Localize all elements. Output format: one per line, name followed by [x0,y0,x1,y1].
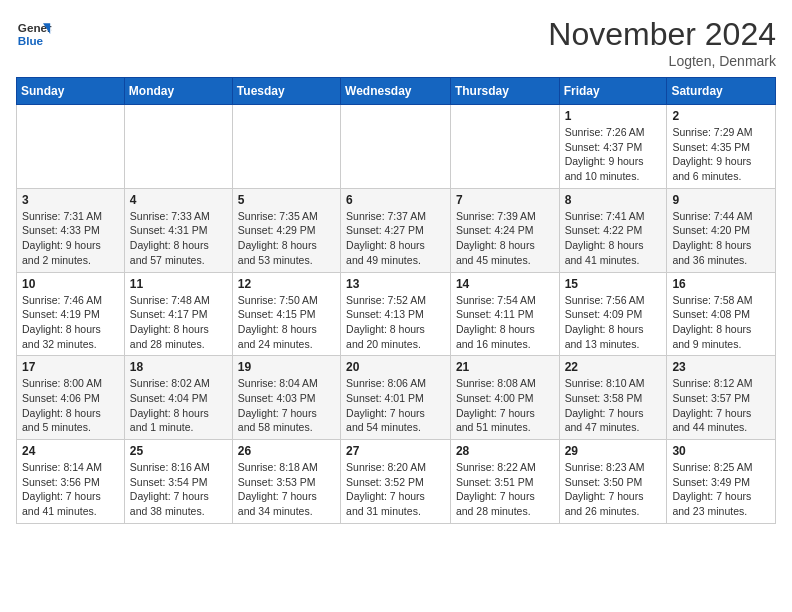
logo-icon: General Blue [16,16,52,52]
calendar-week-row: 17Sunrise: 8:00 AM Sunset: 4:06 PM Dayli… [17,356,776,440]
col-sunday: Sunday [17,78,125,105]
calendar-cell: 11Sunrise: 7:48 AM Sunset: 4:17 PM Dayli… [124,272,232,356]
calendar-cell: 24Sunrise: 8:14 AM Sunset: 3:56 PM Dayli… [17,440,125,524]
day-info: Sunrise: 7:41 AM Sunset: 4:22 PM Dayligh… [565,209,662,268]
day-info: Sunrise: 8:20 AM Sunset: 3:52 PM Dayligh… [346,460,445,519]
day-number: 20 [346,360,445,374]
day-info: Sunrise: 8:06 AM Sunset: 4:01 PM Dayligh… [346,376,445,435]
col-thursday: Thursday [450,78,559,105]
day-number: 9 [672,193,770,207]
day-number: 14 [456,277,554,291]
day-number: 29 [565,444,662,458]
calendar-cell: 2Sunrise: 7:29 AM Sunset: 4:35 PM Daylig… [667,105,776,189]
day-number: 7 [456,193,554,207]
day-info: Sunrise: 8:10 AM Sunset: 3:58 PM Dayligh… [565,376,662,435]
calendar-cell: 30Sunrise: 8:25 AM Sunset: 3:49 PM Dayli… [667,440,776,524]
calendar-cell: 6Sunrise: 7:37 AM Sunset: 4:27 PM Daylig… [341,188,451,272]
calendar-week-row: 24Sunrise: 8:14 AM Sunset: 3:56 PM Dayli… [17,440,776,524]
title-block: November 2024 Logten, Denmark [548,16,776,69]
calendar-cell: 18Sunrise: 8:02 AM Sunset: 4:04 PM Dayli… [124,356,232,440]
day-info: Sunrise: 8:18 AM Sunset: 3:53 PM Dayligh… [238,460,335,519]
day-info: Sunrise: 8:23 AM Sunset: 3:50 PM Dayligh… [565,460,662,519]
calendar-cell: 23Sunrise: 8:12 AM Sunset: 3:57 PM Dayli… [667,356,776,440]
svg-text:Blue: Blue [18,34,44,47]
day-number: 18 [130,360,227,374]
day-info: Sunrise: 7:56 AM Sunset: 4:09 PM Dayligh… [565,293,662,352]
day-info: Sunrise: 7:52 AM Sunset: 4:13 PM Dayligh… [346,293,445,352]
day-number: 10 [22,277,119,291]
calendar-cell: 26Sunrise: 8:18 AM Sunset: 3:53 PM Dayli… [232,440,340,524]
day-info: Sunrise: 7:35 AM Sunset: 4:29 PM Dayligh… [238,209,335,268]
calendar-cell [232,105,340,189]
day-info: Sunrise: 8:14 AM Sunset: 3:56 PM Dayligh… [22,460,119,519]
day-info: Sunrise: 8:25 AM Sunset: 3:49 PM Dayligh… [672,460,770,519]
day-info: Sunrise: 7:48 AM Sunset: 4:17 PM Dayligh… [130,293,227,352]
day-number: 22 [565,360,662,374]
day-info: Sunrise: 7:54 AM Sunset: 4:11 PM Dayligh… [456,293,554,352]
day-info: Sunrise: 8:04 AM Sunset: 4:03 PM Dayligh… [238,376,335,435]
day-info: Sunrise: 8:12 AM Sunset: 3:57 PM Dayligh… [672,376,770,435]
day-info: Sunrise: 7:29 AM Sunset: 4:35 PM Dayligh… [672,125,770,184]
calendar-cell: 15Sunrise: 7:56 AM Sunset: 4:09 PM Dayli… [559,272,667,356]
day-info: Sunrise: 7:33 AM Sunset: 4:31 PM Dayligh… [130,209,227,268]
calendar-cell [17,105,125,189]
day-number: 26 [238,444,335,458]
calendar-cell: 21Sunrise: 8:08 AM Sunset: 4:00 PM Dayli… [450,356,559,440]
col-saturday: Saturday [667,78,776,105]
calendar-cell: 25Sunrise: 8:16 AM Sunset: 3:54 PM Dayli… [124,440,232,524]
day-info: Sunrise: 7:58 AM Sunset: 4:08 PM Dayligh… [672,293,770,352]
calendar-cell: 13Sunrise: 7:52 AM Sunset: 4:13 PM Dayli… [341,272,451,356]
calendar-cell: 28Sunrise: 8:22 AM Sunset: 3:51 PM Dayli… [450,440,559,524]
day-info: Sunrise: 8:02 AM Sunset: 4:04 PM Dayligh… [130,376,227,435]
day-number: 21 [456,360,554,374]
day-number: 13 [346,277,445,291]
calendar-cell: 3Sunrise: 7:31 AM Sunset: 4:33 PM Daylig… [17,188,125,272]
day-info: Sunrise: 7:46 AM Sunset: 4:19 PM Dayligh… [22,293,119,352]
col-monday: Monday [124,78,232,105]
day-number: 11 [130,277,227,291]
calendar-cell: 14Sunrise: 7:54 AM Sunset: 4:11 PM Dayli… [450,272,559,356]
day-number: 19 [238,360,335,374]
day-info: Sunrise: 8:16 AM Sunset: 3:54 PM Dayligh… [130,460,227,519]
day-number: 15 [565,277,662,291]
calendar-cell: 4Sunrise: 7:33 AM Sunset: 4:31 PM Daylig… [124,188,232,272]
page-header: General Blue November 2024 Logten, Denma… [16,16,776,69]
calendar-cell: 17Sunrise: 8:00 AM Sunset: 4:06 PM Dayli… [17,356,125,440]
day-info: Sunrise: 7:39 AM Sunset: 4:24 PM Dayligh… [456,209,554,268]
calendar-table: Sunday Monday Tuesday Wednesday Thursday… [16,77,776,524]
day-info: Sunrise: 7:37 AM Sunset: 4:27 PM Dayligh… [346,209,445,268]
day-info: Sunrise: 7:26 AM Sunset: 4:37 PM Dayligh… [565,125,662,184]
calendar-cell [450,105,559,189]
calendar-cell: 20Sunrise: 8:06 AM Sunset: 4:01 PM Dayli… [341,356,451,440]
day-info: Sunrise: 8:08 AM Sunset: 4:00 PM Dayligh… [456,376,554,435]
calendar-cell: 12Sunrise: 7:50 AM Sunset: 4:15 PM Dayli… [232,272,340,356]
calendar-cell: 29Sunrise: 8:23 AM Sunset: 3:50 PM Dayli… [559,440,667,524]
calendar-week-row: 1Sunrise: 7:26 AM Sunset: 4:37 PM Daylig… [17,105,776,189]
day-info: Sunrise: 7:50 AM Sunset: 4:15 PM Dayligh… [238,293,335,352]
calendar-cell: 9Sunrise: 7:44 AM Sunset: 4:20 PM Daylig… [667,188,776,272]
day-info: Sunrise: 7:31 AM Sunset: 4:33 PM Dayligh… [22,209,119,268]
calendar-cell [124,105,232,189]
col-friday: Friday [559,78,667,105]
calendar-cell: 1Sunrise: 7:26 AM Sunset: 4:37 PM Daylig… [559,105,667,189]
day-number: 1 [565,109,662,123]
calendar-cell: 10Sunrise: 7:46 AM Sunset: 4:19 PM Dayli… [17,272,125,356]
day-number: 6 [346,193,445,207]
day-number: 12 [238,277,335,291]
calendar-cell: 19Sunrise: 8:04 AM Sunset: 4:03 PM Dayli… [232,356,340,440]
day-number: 4 [130,193,227,207]
day-number: 30 [672,444,770,458]
day-number: 3 [22,193,119,207]
day-info: Sunrise: 7:44 AM Sunset: 4:20 PM Dayligh… [672,209,770,268]
logo: General Blue [16,16,52,52]
location: Logten, Denmark [548,53,776,69]
calendar-cell [341,105,451,189]
calendar-cell: 5Sunrise: 7:35 AM Sunset: 4:29 PM Daylig… [232,188,340,272]
col-tuesday: Tuesday [232,78,340,105]
day-number: 16 [672,277,770,291]
day-number: 23 [672,360,770,374]
day-number: 5 [238,193,335,207]
day-number: 24 [22,444,119,458]
calendar-cell: 27Sunrise: 8:20 AM Sunset: 3:52 PM Dayli… [341,440,451,524]
day-info: Sunrise: 8:22 AM Sunset: 3:51 PM Dayligh… [456,460,554,519]
